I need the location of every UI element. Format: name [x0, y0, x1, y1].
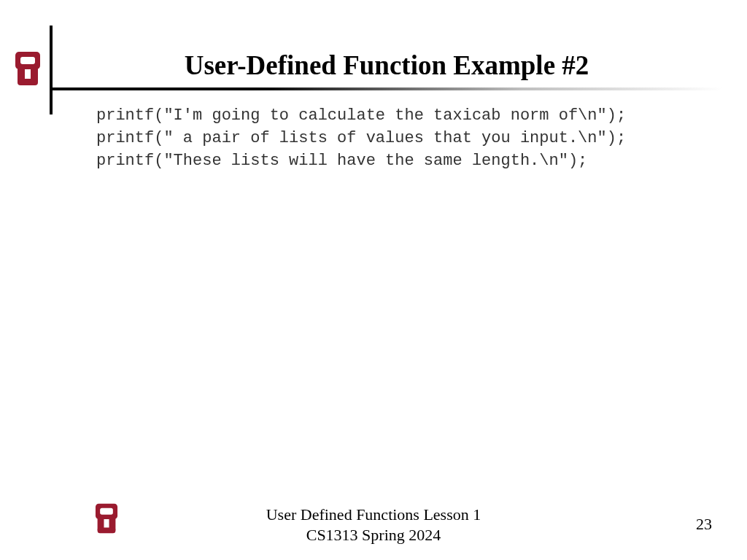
ou-logo-top — [13, 50, 42, 88]
footer-line-2: CS1313 Spring 2024 — [0, 525, 747, 545]
footer-line-1: User Defined Functions Lesson 1 — [0, 505, 747, 525]
ou-logo-icon — [13, 50, 42, 88]
svg-rect-1 — [20, 57, 35, 64]
svg-rect-4 — [18, 79, 38, 85]
slide: User-Defined Function Example #2 printf(… — [0, 0, 747, 560]
slide-title: User-Defined Function Example #2 — [58, 50, 715, 81]
page-number: 23 — [696, 515, 712, 534]
vertical-rule — [50, 26, 53, 114]
footer: User Defined Functions Lesson 1 CS1313 S… — [0, 505, 747, 545]
horizontal-rule — [53, 88, 722, 90]
code-block: printf("I'm going to calculate the taxic… — [96, 105, 626, 172]
